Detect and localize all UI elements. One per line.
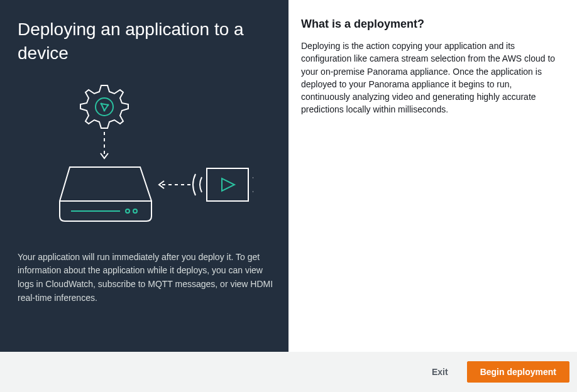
- arrow-left-icon: [159, 181, 190, 188]
- footer-actions: Exit Begin deployment: [0, 352, 577, 392]
- begin-deployment-button[interactable]: Begin deployment: [467, 361, 569, 383]
- deployment-diagram: [18, 72, 275, 251]
- deployment-diagram-svg: [40, 83, 253, 237]
- camera-icon: [193, 168, 253, 201]
- right-title: What is a deployment?: [301, 18, 562, 31]
- svg-point-11: [133, 209, 137, 213]
- arrow-down-icon: [101, 132, 108, 158]
- gear-icon: [80, 85, 128, 128]
- left-description: Your application will run immediately af…: [18, 251, 275, 305]
- right-body: Deploying is the action copying your app…: [301, 40, 562, 116]
- device-icon: [60, 167, 151, 221]
- svg-line-5: [104, 105, 108, 111]
- left-panel: Deploying an application to a device: [0, 0, 288, 352]
- main-content: Deploying an application to a device: [0, 0, 577, 352]
- svg-point-10: [126, 209, 129, 213]
- right-panel: What is a deployment? Deploying is the a…: [288, 0, 577, 352]
- svg-rect-13: [207, 168, 248, 201]
- left-title: Deploying an application to a device: [18, 18, 275, 65]
- exit-button[interactable]: Exit: [419, 362, 461, 382]
- svg-marker-14: [222, 178, 234, 191]
- svg-point-0: [96, 98, 113, 116]
